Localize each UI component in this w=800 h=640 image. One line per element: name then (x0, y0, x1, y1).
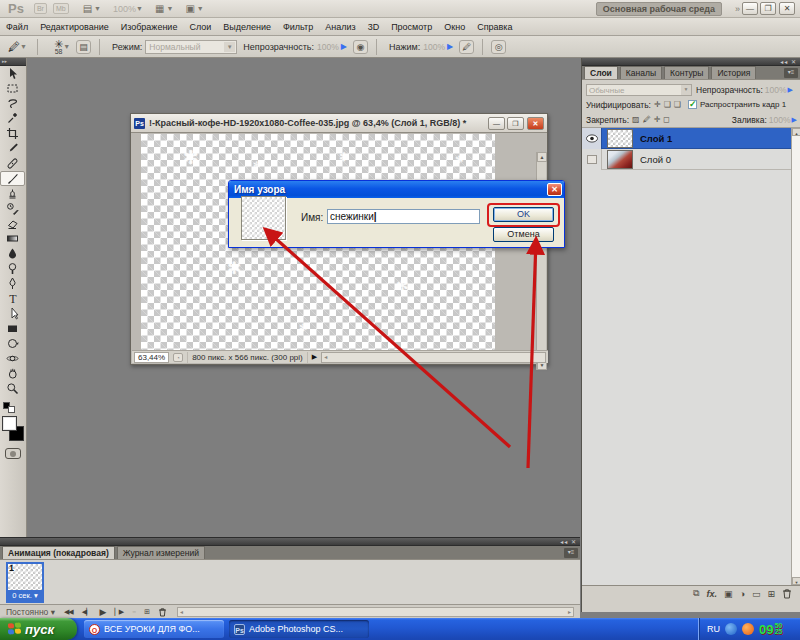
crop-tool[interactable] (0, 126, 25, 141)
flow-slider-arrow[interactable]: ▶ (447, 42, 453, 51)
doc-minimize-button[interactable]: — (488, 117, 505, 130)
lock-all-icon[interactable]: ◻ (663, 115, 670, 124)
eyedropper-tool[interactable] (0, 141, 25, 156)
quick-mask-button[interactable] (5, 448, 21, 459)
eraser-tool[interactable] (0, 216, 25, 231)
layer-thumbnail[interactable] (607, 150, 633, 169)
language-indicator[interactable]: RU (707, 624, 720, 634)
layer-visibility-toggle[interactable] (582, 149, 602, 170)
3d-rotate-tool[interactable] (0, 336, 25, 351)
menu-window[interactable]: Окно (438, 22, 471, 32)
tab-layers[interactable]: Слои (584, 66, 618, 79)
app-minimize-button[interactable]: — (742, 2, 758, 15)
lock-position-icon[interactable]: ✛ (654, 115, 661, 124)
menu-select[interactable]: Выделение (217, 22, 277, 32)
workspace-button[interactable]: Основная рабочая среда (596, 2, 722, 16)
tray-icon-blue[interactable] (725, 623, 737, 635)
taskbar-clock[interactable]: 09 5025 (759, 622, 782, 637)
tray-icon-orange[interactable] (742, 623, 754, 635)
lock-transparency-icon[interactable]: ▨ (632, 115, 640, 124)
status-zoom-field[interactable]: 63,44% (134, 352, 169, 363)
menu-edit[interactable]: Редактирование (34, 22, 115, 32)
magic-wand-tool[interactable] (0, 111, 25, 126)
dropdown-arrow-icon[interactable]: ▼ (224, 42, 235, 52)
new-layer-icon[interactable]: ⊞ (767, 589, 775, 599)
screen-mode-icon[interactable]: ▣ (185, 3, 194, 14)
airbrush-icon[interactable]: ◉ (353, 40, 368, 54)
brush-tool-preset-icon[interactable]: 🖉 (8, 40, 20, 54)
play-icon[interactable]: ▶ (100, 607, 106, 617)
foreground-color-swatch[interactable] (2, 416, 17, 431)
panel-header-bar[interactable]: ◂◂ ✕ (582, 58, 800, 66)
horizontal-scrollbar[interactable]: ◂ (321, 352, 546, 363)
unify-position-icon[interactable]: ✛ (654, 100, 661, 109)
blur-tool[interactable] (0, 246, 25, 261)
workspace-chevron[interactable]: » (735, 4, 740, 14)
rectangular-marquee-tool[interactable] (0, 81, 25, 96)
adjustment-layer-icon[interactable]: ◑ (740, 589, 745, 599)
taskbar-task-photoshop[interactable]: Ps Adobe Photoshop CS... (229, 620, 369, 638)
brush-tool[interactable] (0, 171, 25, 186)
lock-pixels-icon[interactable]: 🖉 (643, 115, 651, 124)
minibridge-icon[interactable]: Mb (53, 3, 69, 14)
dialog-close-icon[interactable]: ✕ (547, 183, 562, 196)
opacity-arrow-icon[interactable]: ▶ (788, 86, 793, 94)
layer-row-1[interactable]: Слой 1 (582, 128, 800, 149)
panel-menu-icon[interactable]: ▾≡ (564, 548, 578, 558)
shape-tool[interactable] (0, 321, 25, 336)
tools-panel-grip[interactable]: ▸▸ (0, 58, 26, 66)
airbrush-toggle-icon[interactable]: 🖉 (459, 40, 474, 54)
unify-style-icon[interactable]: ❏ (674, 100, 681, 109)
tab-animation[interactable]: Анимация (покадровая) (2, 546, 115, 559)
document-title-bar[interactable]: Ps !-Красный-кофе-HD-1920x1080-Coffee-03… (131, 114, 547, 133)
tablet-pressure-icon[interactable]: ◎ (491, 40, 506, 54)
layer-visibility-toggle[interactable] (582, 128, 602, 149)
clone-stamp-tool[interactable] (0, 186, 25, 201)
menu-view[interactable]: Просмотр (385, 22, 438, 32)
hand-tool[interactable] (0, 366, 25, 381)
layer-mask-icon[interactable]: ▣ (724, 589, 733, 599)
3d-orbit-tool[interactable] (0, 351, 25, 366)
status-icon[interactable]: ◔ (173, 353, 183, 362)
scroll-up-icon[interactable]: ▲ (537, 152, 547, 162)
scroll-up-icon[interactable]: ▲ (792, 128, 800, 136)
layer-style-icon[interactable]: fx. (706, 589, 717, 599)
mode-dropdown[interactable]: Нормальный▼ (145, 40, 237, 54)
taskbar-task-browser[interactable]: O ВСЕ УРОКИ ДЛЯ ФО... (84, 620, 224, 638)
pen-tool[interactable] (0, 276, 25, 291)
doc-close-button[interactable]: ✕ (527, 117, 544, 130)
loop-mode-dropdown[interactable]: Постоянно ▾ (6, 607, 55, 617)
layers-scrollbar[interactable]: ▲ ▼ (791, 128, 800, 585)
type-tool[interactable]: T (0, 291, 25, 306)
tween-icon[interactable]: ◦◦ (132, 608, 135, 615)
view-extras-icon[interactable]: ▤ (83, 3, 92, 14)
fill-arrow-icon[interactable]: ▶ (792, 116, 797, 124)
move-tool[interactable] (0, 66, 25, 81)
gradient-tool[interactable] (0, 231, 25, 246)
path-selection-tool[interactable] (0, 306, 25, 321)
menu-image[interactable]: Изображение (115, 22, 184, 32)
brush-preset-picker[interactable]: ✳ 58 (54, 40, 63, 54)
arrange-documents-icon[interactable]: ▦ (155, 3, 164, 14)
blend-mode-dropdown[interactable]: Обычные▼ (586, 84, 692, 96)
previous-frame-icon[interactable]: ◀▏ (82, 608, 91, 616)
bridge-icon[interactable]: Br (34, 3, 47, 14)
menu-file[interactable]: Файл (0, 22, 34, 32)
frame-delay-selector[interactable]: 0 сек. ▾ (8, 590, 42, 601)
layer-group-icon[interactable]: ▭ (752, 589, 761, 599)
first-frame-icon[interactable]: ◀◀ (64, 608, 73, 616)
tab-paths[interactable]: Контуры (664, 66, 709, 79)
animation-scrollbar[interactable]: ◂▸ (177, 607, 574, 617)
history-brush-tool[interactable] (0, 201, 25, 216)
zoom-level-control[interactable]: 100% (113, 4, 136, 14)
opacity-slider-arrow[interactable]: ▶ (341, 42, 347, 51)
panel-menu-icon[interactable]: ▾≡ (784, 68, 798, 78)
menu-filter[interactable]: Фильтр (277, 22, 319, 32)
animation-panel-header[interactable]: ◂◂ ✕ (0, 538, 580, 546)
delete-frame-icon[interactable] (158, 607, 167, 617)
layer-thumbnail[interactable] (607, 129, 633, 148)
dodge-tool[interactable] (0, 261, 25, 276)
tab-measurement-log[interactable]: Журнал измерений (117, 546, 205, 559)
propagate-frame-checkbox[interactable] (688, 100, 697, 109)
layer-name[interactable]: Слой 0 (640, 154, 671, 165)
